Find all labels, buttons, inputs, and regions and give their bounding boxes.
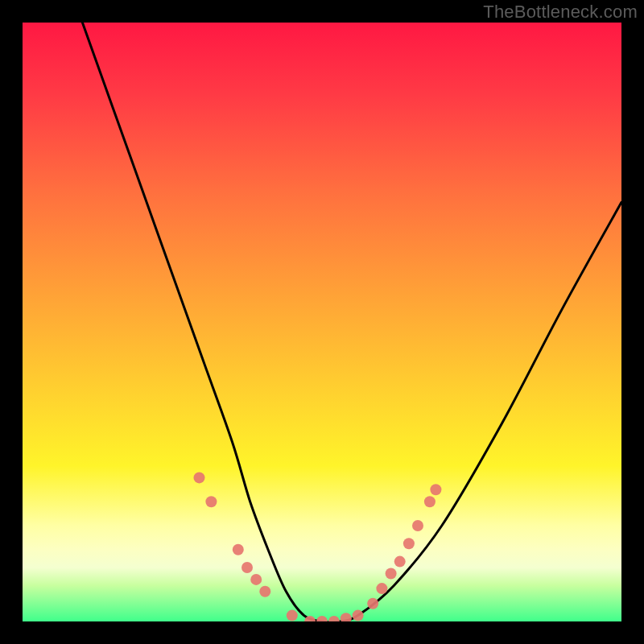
data-marker bbox=[194, 472, 205, 483]
data-marker bbox=[403, 538, 415, 549]
data-marker bbox=[250, 574, 262, 585]
data-marker bbox=[341, 613, 352, 621]
watermark-text: TheBottleneck.com bbox=[483, 2, 638, 23]
data-marker bbox=[424, 496, 436, 507]
data-marker bbox=[376, 583, 387, 594]
data-marker bbox=[328, 616, 340, 621]
marker-layer bbox=[194, 472, 442, 621]
data-marker bbox=[353, 610, 364, 621]
data-marker bbox=[242, 562, 253, 573]
data-marker bbox=[205, 496, 217, 507]
bottleneck-curve bbox=[82, 23, 621, 621]
data-marker bbox=[259, 586, 270, 597]
data-marker bbox=[386, 568, 397, 580]
data-marker bbox=[412, 520, 423, 531]
data-marker bbox=[367, 598, 378, 609]
data-marker bbox=[316, 616, 328, 621]
data-marker bbox=[430, 484, 441, 495]
data-marker bbox=[287, 610, 298, 621]
chart-frame: TheBottleneck.com bbox=[0, 0, 644, 644]
data-marker bbox=[233, 544, 244, 555]
curve-layer bbox=[82, 23, 621, 621]
chart-svg bbox=[23, 23, 621, 621]
plot-area bbox=[23, 23, 621, 621]
data-marker bbox=[394, 556, 406, 568]
